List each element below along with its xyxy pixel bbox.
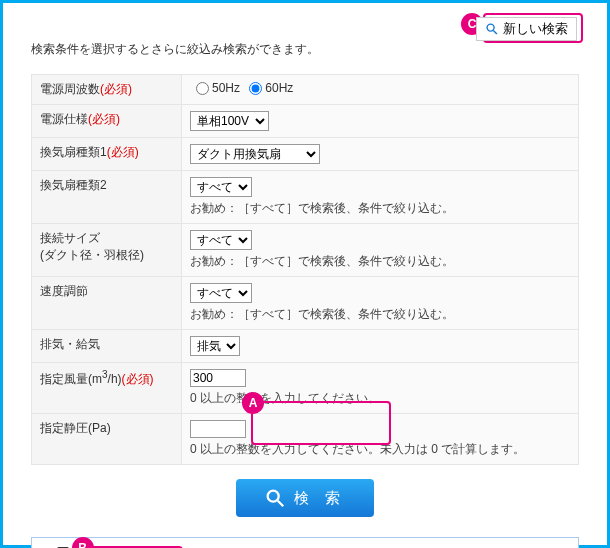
- conn-select[interactable]: すべて: [190, 230, 252, 250]
- row-speed: 速度調節 すべて お勧め：［すべて］で検索後、条件で絞り込む。: [32, 277, 579, 330]
- conn-hint: お勧め：［すべて］で検索後、条件で絞り込む。: [190, 253, 570, 270]
- speed-select[interactable]: すべて: [190, 283, 252, 303]
- type2-hint: お勧め：［すべて］で検索後、条件で絞り込む。: [190, 200, 570, 217]
- badge-b: B: [72, 537, 94, 548]
- type1-select[interactable]: ダクト用換気扇: [190, 144, 320, 164]
- conn-label: 接続サイズ: [40, 231, 100, 245]
- vent-label: 排気・給気: [40, 337, 100, 351]
- speed-label: 速度調節: [40, 284, 88, 298]
- row-vent: 排気・給気 排気: [32, 330, 579, 363]
- air-input[interactable]: [190, 369, 246, 387]
- speed-hint: お勧め：［すべて］で検索後、条件で絞り込む。: [190, 306, 570, 323]
- search-button[interactable]: 検 索: [236, 479, 374, 517]
- required-mark: (必須): [100, 82, 132, 96]
- freq-50hz[interactable]: 50Hz: [190, 81, 240, 95]
- search-icon: [264, 487, 286, 509]
- new-search-label: 新しい検索: [503, 20, 568, 38]
- row-frequency: 電源周波数(必須) 50Hz 60Hz: [32, 75, 579, 105]
- row-type2: 換気扇種類2 すべて お勧め：［すべて］で検索後、条件で絞り込む。: [32, 171, 579, 224]
- svg-point-2: [268, 491, 279, 502]
- air-label-pre: 指定風量(m: [40, 372, 102, 386]
- press-label: 指定静圧(Pa): [40, 421, 111, 435]
- row-spec: 電源仕様(必須) 単相100V: [32, 105, 579, 138]
- app-frame: C 新しい検索 検索条件を選択するとさらに絞込み検索ができます。 電源周波数(必…: [0, 0, 610, 548]
- conn-label2: (ダクト径・羽根径): [40, 248, 144, 262]
- svg-line-3: [278, 501, 284, 507]
- type2-select[interactable]: すべて: [190, 177, 252, 197]
- svg-line-1: [493, 30, 497, 34]
- freq-label: 電源周波数: [40, 82, 100, 96]
- search-button-wrap: A 検 索: [31, 479, 579, 517]
- new-search-button[interactable]: 新しい検索: [476, 17, 577, 41]
- svg-point-0: [487, 24, 494, 31]
- row-type1: 換気扇種類1(必須) ダクト用換気扇: [32, 138, 579, 171]
- search-icon: [485, 22, 499, 36]
- info-box: B 選定リストを見る 選定リストの登録内容は、最後に検索を実行した時から1時間を…: [31, 537, 579, 548]
- spec-label: 電源仕様: [40, 112, 88, 126]
- freq-60hz[interactable]: 60Hz: [243, 81, 293, 95]
- row-conn: 接続サイズ(ダクト径・羽根径) すべて お勧め：［すべて］で検索後、条件で絞り込…: [32, 224, 579, 277]
- press-input[interactable]: [190, 420, 246, 438]
- vent-select[interactable]: 排気: [190, 336, 240, 356]
- type2-label: 換気扇種類2: [40, 178, 107, 192]
- intro-text: 検索条件を選択するとさらに絞込み検索ができます。: [31, 41, 579, 58]
- badge-a: A: [242, 392, 264, 414]
- annotation-a: A: [251, 401, 391, 445]
- search-button-label: 検 索: [294, 489, 346, 508]
- type1-label: 換気扇種類1: [40, 145, 107, 159]
- spec-select[interactable]: 単相100V: [190, 111, 269, 131]
